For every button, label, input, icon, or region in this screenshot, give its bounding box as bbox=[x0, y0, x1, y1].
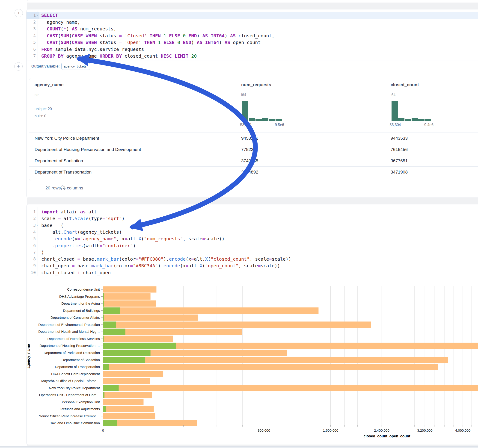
code-line[interactable]: 7) bbox=[26, 249, 478, 256]
code-line[interactable]: 6FROM sample_data.nyc.service_requests bbox=[26, 46, 478, 53]
histogram-bar bbox=[412, 118, 418, 121]
histogram-num-requests bbox=[242, 101, 282, 121]
x-tick-label: 4,000,000 bbox=[455, 428, 471, 432]
y-axis-label: Department of Buildings bbox=[63, 309, 100, 312]
cell-agency-name[interactable]: Department of Environmental Protection bbox=[35, 178, 113, 181]
bar-open-count bbox=[103, 385, 119, 391]
code-line[interactable]: 3 COUNT(*) AS num_requests, bbox=[26, 25, 478, 32]
notebook-page: + + 1∨SELECT2 agency_name,3 COUNT(*) AS … bbox=[0, 0, 478, 448]
bar-open-count bbox=[103, 420, 117, 426]
y-axis-title: agency_name bbox=[26, 344, 31, 368]
y-axis-label: Correspondence Unit bbox=[67, 287, 100, 291]
y-axis-label: Personal Exemption Unit bbox=[62, 400, 100, 404]
column-header-closed-count[interactable]: closed_count bbox=[391, 82, 419, 87]
y-axis-label: Department of Transportation bbox=[55, 365, 100, 369]
code-text: import altair as alt bbox=[41, 208, 97, 215]
bar-open-count bbox=[103, 406, 106, 412]
column-header-num-requests[interactable]: num_requests bbox=[241, 82, 271, 87]
cell-closed-count[interactable]: 3677651 bbox=[391, 155, 408, 166]
table-row-count: 20 rows, 4 columns bbox=[45, 186, 83, 191]
cell-agency-name[interactable]: Department of Housing Preservation and D… bbox=[35, 144, 141, 155]
cell-closed-count[interactable]: 7618456 bbox=[391, 144, 408, 155]
column-header-agency-name[interactable]: agency_name bbox=[35, 82, 64, 87]
line-number: 9 bbox=[26, 262, 36, 269]
code-line[interactable]: 6 .properties(width="container") bbox=[26, 242, 478, 249]
line-number: 3 bbox=[26, 25, 36, 32]
output-variable-label: Output variable: bbox=[31, 64, 60, 68]
histogram-bar bbox=[425, 119, 431, 121]
add-cell-button-mid[interactable]: + bbox=[14, 62, 23, 70]
bar-closed-count bbox=[103, 413, 155, 419]
bar-open-count bbox=[103, 322, 116, 328]
cell-closed-count[interactable]: 2222847 bbox=[391, 178, 408, 181]
code-line[interactable]: 4 CAST(SUM(CASE WHEN status = 'Closed' T… bbox=[26, 32, 478, 39]
cell-closed-count[interactable]: 9443533 bbox=[391, 132, 408, 144]
line-number: 2 bbox=[26, 19, 36, 25]
cell-gap-mid bbox=[27, 198, 478, 204]
cell-agency-name[interactable]: New York City Police Department bbox=[35, 132, 99, 144]
next-cell-strip bbox=[0, 446, 478, 448]
sql-editor[interactable]: 1∨SELECT2 agency_name,3 COUNT(*) AS num_… bbox=[26, 12, 478, 61]
python-editor[interactable]: 1import altair as alt2scale = alt.Scale(… bbox=[26, 208, 478, 277]
y-axis-label: DHS Advantage Programs bbox=[59, 294, 100, 299]
python-gutter-divider bbox=[38, 207, 38, 276]
add-cell-button-top[interactable]: + bbox=[14, 9, 23, 17]
bar-closed-count bbox=[103, 286, 156, 293]
code-text: ) bbox=[41, 249, 44, 256]
code-line[interactable]: 3∨base = ( bbox=[26, 222, 478, 229]
y-axis-label: Department of Parks and Recreation bbox=[44, 351, 100, 355]
histogram-bar bbox=[262, 118, 268, 121]
bar-open-count bbox=[103, 343, 176, 349]
bar-open-count bbox=[103, 315, 104, 321]
code-line[interactable]: 10chart_closed + chart_open bbox=[26, 269, 478, 276]
cell-gap-top bbox=[27, 3, 478, 9]
histogram-min-label: 53,304 bbox=[235, 123, 256, 127]
y-axis-label: Senior Citizen Rent Increase Exempti… bbox=[39, 414, 100, 418]
bar-closed-count bbox=[103, 385, 478, 391]
code-line[interactable]: 2scale = alt.Scale(type="sqrt") bbox=[26, 215, 478, 222]
cell-agency-name[interactable]: Department of Transportation bbox=[35, 166, 92, 178]
y-axis-label: Department of Consumer Affairs bbox=[50, 316, 100, 319]
cell-agency-name[interactable]: Department of Sanitation bbox=[35, 155, 83, 166]
histogram-min-label: 53,304 bbox=[385, 123, 406, 127]
code-line[interactable]: 8chart_closed = base.mark_bar(color="#FF… bbox=[26, 255, 478, 262]
bar-closed-count bbox=[103, 420, 197, 426]
bar-closed-count bbox=[103, 392, 152, 398]
cell-num-requests[interactable]: 7782211 bbox=[241, 144, 258, 155]
histogram-bar bbox=[405, 119, 411, 121]
code-line[interactable]: 2 agency_name, bbox=[26, 19, 478, 25]
code-line[interactable]: 5 CAST(SUM(CASE WHEN status = 'Open' THE… bbox=[26, 39, 478, 46]
code-line[interactable]: 4 alt.Chart(agency_tickets) bbox=[26, 229, 478, 236]
cell-num-requests[interactable]: 9453131 bbox=[241, 132, 258, 144]
y-axis-label: Department of Health and Mental Hyg… bbox=[38, 330, 100, 333]
x-tick-label: 1,600,000 bbox=[323, 428, 338, 432]
code-line[interactable]: 1∨SELECT bbox=[26, 12, 478, 19]
code-text: GROUP BY agency_name ORDER BY closed_cou… bbox=[41, 53, 197, 59]
code-line[interactable]: 5 .encode(y="agency_name", x=alt.X("num_… bbox=[26, 235, 478, 242]
cell-num-requests[interactable]: 3774892 bbox=[241, 166, 258, 178]
cell-closed-count[interactable]: 3471908 bbox=[391, 166, 408, 178]
code-text: FROM sample_data.nyc.service_requests bbox=[41, 46, 144, 53]
x-axis-title: closed_count, open_count bbox=[364, 434, 410, 438]
y-axis-label: HRA Benefit Card Replacement bbox=[51, 372, 100, 376]
line-number: 7 bbox=[26, 249, 36, 256]
bar-closed-count bbox=[103, 315, 198, 321]
code-text: .encode(y="agency_name", x=alt.X("num_re… bbox=[41, 235, 225, 242]
line-number: 2 bbox=[26, 215, 36, 222]
bar-closed-count bbox=[103, 300, 156, 307]
code-line[interactable]: 7GROUP BY agency_name ORDER BY closed_co… bbox=[26, 53, 478, 59]
histogram-bar bbox=[418, 119, 425, 121]
column-type: i64 bbox=[241, 93, 246, 97]
line-number: 8 bbox=[26, 255, 36, 262]
bar-open-count bbox=[103, 392, 104, 398]
code-line[interactable]: 9chart_open = base.mark_bar(color="#8BC3… bbox=[26, 262, 478, 269]
output-variable-pill[interactable]: agency_tickets bbox=[61, 63, 90, 70]
bar-closed-count bbox=[103, 357, 448, 363]
bar-open-count bbox=[103, 293, 104, 300]
y-axis-label: Department of Homeless Services bbox=[47, 337, 100, 341]
column-type: str bbox=[35, 93, 39, 97]
code-line[interactable]: 1import altair as alt bbox=[26, 208, 478, 215]
cell-num-requests[interactable]: 3749485 bbox=[241, 155, 258, 166]
cell-num-requests[interactable]: 2240041 bbox=[241, 178, 258, 181]
python-cell-card: 1import altair as alt2scale = alt.Scale(… bbox=[26, 204, 478, 445]
